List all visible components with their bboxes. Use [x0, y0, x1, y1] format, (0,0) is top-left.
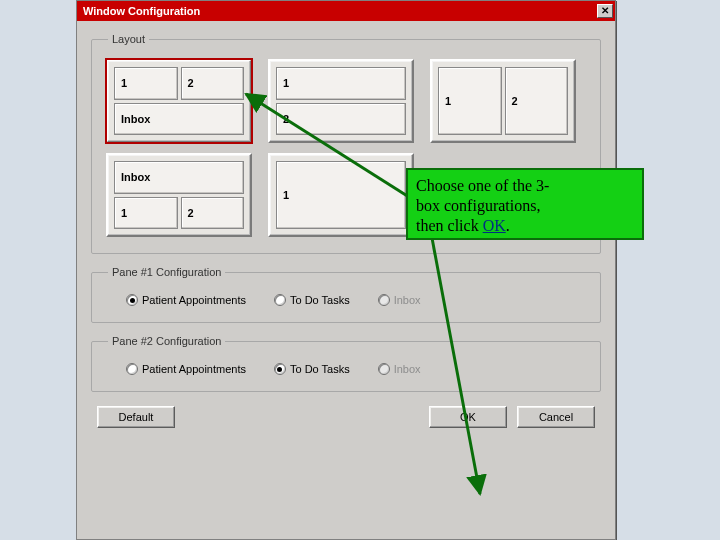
pane2-radio-todo[interactable]: To Do Tasks: [274, 363, 350, 375]
layout-option-4[interactable]: 1: [268, 153, 414, 237]
pane2-radio-inbox: Inbox: [378, 363, 421, 375]
radio-icon: [274, 294, 286, 306]
titlebar: Window Configuration ✕: [77, 1, 615, 21]
layout-cell: Inbox: [114, 103, 244, 136]
layout-cell: 2: [181, 197, 245, 230]
radio-label: Patient Appointments: [142, 294, 246, 306]
radio-icon: [378, 363, 390, 375]
layout-cell: 1: [114, 197, 178, 230]
layout-legend: Layout: [108, 33, 149, 45]
radio-label: To Do Tasks: [290, 294, 350, 306]
layout-cell: Inbox: [114, 161, 244, 194]
pane2-config-group: Pane #2 Configuration Patient Appointmen…: [91, 335, 601, 392]
radio-label: Inbox: [394, 294, 421, 306]
close-button[interactable]: ✕: [597, 4, 613, 18]
pane2-radio-patient[interactable]: Patient Appointments: [126, 363, 246, 375]
window-configuration-dialog: Window Configuration ✕ Layout 1 2 Inbox …: [76, 0, 616, 540]
radio-label: Patient Appointments: [142, 363, 246, 375]
default-button[interactable]: Default: [97, 406, 175, 428]
ok-button[interactable]: OK: [429, 406, 507, 428]
cancel-button[interactable]: Cancel: [517, 406, 595, 428]
radio-icon: [126, 363, 138, 375]
instruction-callout: Choose one of the 3- box configurations,…: [406, 168, 644, 240]
pane1-config-group: Pane #1 Configuration Patient Appointmen…: [91, 266, 601, 323]
window-title: Window Configuration: [83, 5, 200, 17]
callout-ok: OK: [483, 217, 506, 234]
callout-text: Choose one of the 3-: [416, 177, 549, 194]
pane1-radio-todo[interactable]: To Do Tasks: [274, 294, 350, 306]
layout-cell: 2: [276, 103, 406, 136]
callout-text: then click: [416, 217, 483, 234]
layout-cell: 2: [181, 67, 245, 100]
layout-cell: 2: [505, 67, 569, 135]
radio-icon: [274, 363, 286, 375]
radio-label: Inbox: [394, 363, 421, 375]
layout-cell: 1: [438, 67, 502, 135]
dialog-button-row: Default OK Cancel: [91, 404, 601, 428]
radio-label: To Do Tasks: [290, 363, 350, 375]
radio-icon: [126, 294, 138, 306]
pane2-legend: Pane #2 Configuration: [108, 335, 225, 347]
layout-option-0[interactable]: 1 2 Inbox: [106, 59, 252, 143]
pane1-radio-patient[interactable]: Patient Appointments: [126, 294, 246, 306]
pane1-legend: Pane #1 Configuration: [108, 266, 225, 278]
layout-option-2[interactable]: 1 2: [430, 59, 576, 143]
callout-text: box configurations,: [416, 197, 540, 214]
layout-cell: 1: [276, 161, 406, 229]
layout-option-1[interactable]: 1 2: [268, 59, 414, 143]
layout-cell: 1: [276, 67, 406, 100]
layout-cell: 1: [114, 67, 178, 100]
close-icon: ✕: [601, 5, 609, 16]
callout-text: .: [506, 217, 510, 234]
layout-option-3[interactable]: Inbox 1 2: [106, 153, 252, 237]
pane1-radio-inbox: Inbox: [378, 294, 421, 306]
radio-icon: [378, 294, 390, 306]
